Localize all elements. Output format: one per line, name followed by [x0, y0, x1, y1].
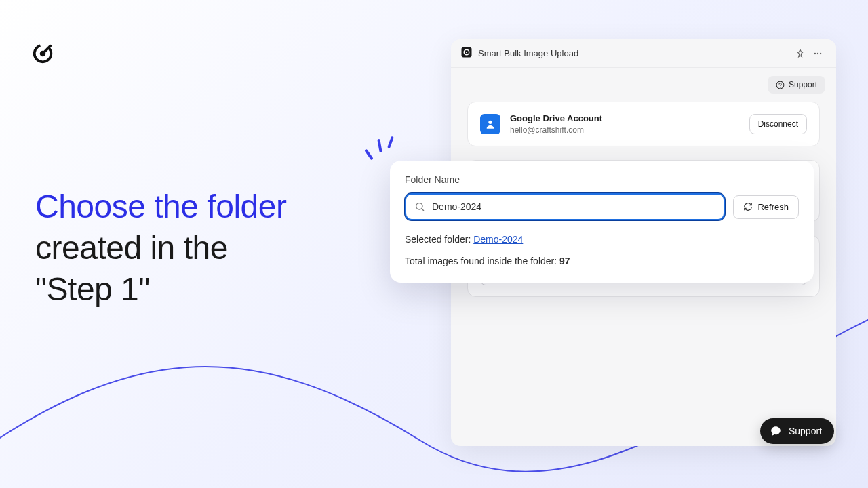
support-button[interactable]: Support	[768, 76, 825, 94]
account-email: hello@craftshift.com	[510, 125, 602, 135]
account-name: Google Drive Account	[510, 113, 602, 123]
svg-point-5	[814, 52, 816, 54]
panel-header: Smart Bulk Image Upload	[451, 39, 836, 68]
svg-point-6	[817, 52, 818, 54]
panel-logo-icon	[460, 46, 473, 61]
headline-line3: "Step 1"	[35, 271, 150, 307]
svg-point-11	[416, 203, 422, 209]
chat-icon	[770, 425, 782, 437]
sparkle-decor	[359, 132, 400, 166]
account-card: Google Drive Account hello@craftshift.co…	[467, 102, 820, 146]
selected-folder-link[interactable]: Demo-2024	[473, 234, 523, 245]
support-chat-bubble[interactable]: Support	[760, 418, 834, 444]
svg-point-9	[780, 87, 781, 87]
support-label: Support	[789, 80, 817, 89]
disconnect-button[interactable]: Disconnect	[749, 114, 807, 134]
total-count: 97	[559, 256, 570, 266]
pin-icon[interactable]	[791, 45, 809, 62]
refresh-label: Refresh	[757, 202, 789, 212]
folder-search-wrap[interactable]	[405, 193, 725, 220]
headline-line2: created in the	[35, 230, 228, 266]
search-icon	[414, 201, 425, 212]
selected-prefix: Selected folder:	[405, 234, 473, 245]
svg-point-10	[488, 121, 492, 124]
svg-point-4	[466, 51, 467, 52]
selected-folder-line: Selected folder: Demo-2024	[405, 234, 799, 245]
total-prefix: Total images found inside the folder:	[405, 256, 559, 266]
folder-card: Folder Name Refresh Selected folder: Dem…	[390, 161, 814, 283]
total-images-line: Total images found inside the folder: 97	[405, 256, 799, 266]
marketing-headline: Choose the folder created in the "Step 1…	[35, 186, 286, 310]
folder-search-input[interactable]	[432, 201, 715, 212]
panel-title: Smart Bulk Image Upload	[478, 48, 578, 58]
help-icon	[776, 81, 785, 89]
folder-label: Folder Name	[405, 174, 799, 185]
svg-point-7	[820, 52, 821, 54]
avatar	[480, 114, 500, 134]
refresh-button[interactable]: Refresh	[733, 195, 799, 219]
headline-accent: Choose the folder	[35, 188, 286, 224]
app-logo	[31, 42, 54, 68]
more-icon[interactable]	[809, 45, 827, 62]
chat-label: Support	[789, 426, 822, 436]
refresh-icon	[743, 202, 753, 211]
